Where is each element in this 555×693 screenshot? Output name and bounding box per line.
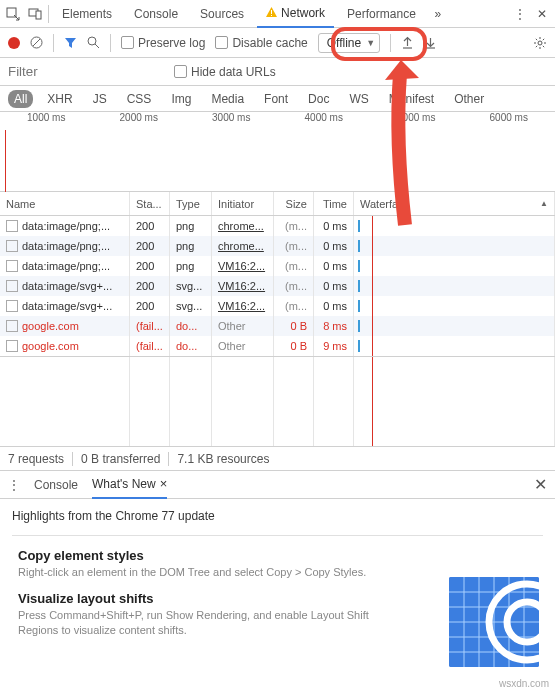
tab-console[interactable]: Console <box>125 0 187 28</box>
drawer-body: Highlights from the Chrome 77 update Cop… <box>0 499 555 655</box>
network-toolbar: Preserve log Disable cache Offline▼ <box>0 28 555 58</box>
warning-icon <box>266 7 277 18</box>
type-filter-css[interactable]: CSS <box>121 90 158 108</box>
search-icon[interactable] <box>87 36 100 49</box>
type-filter-img[interactable]: Img <box>165 90 197 108</box>
header-name[interactable]: Name <box>0 192 130 215</box>
tab-performance[interactable]: Performance <box>338 0 425 28</box>
table-row[interactable]: data:image/png;...200pngVM16:2...(m...0 … <box>0 256 555 276</box>
drawer-tab-console[interactable]: Console <box>34 471 78 499</box>
file-icon <box>6 280 18 292</box>
type-filter-doc[interactable]: Doc <box>302 90 335 108</box>
summary-resources: 7.1 KB resources <box>177 452 269 466</box>
table-row[interactable]: data:image/png;...200pngchrome...(m...0 … <box>0 236 555 256</box>
timeline-ticks: 1000 ms 2000 ms 3000 ms 4000 ms 5000 ms … <box>0 112 555 130</box>
type-filter-ws[interactable]: WS <box>343 90 374 108</box>
type-filter-js[interactable]: JS <box>87 90 113 108</box>
type-filters: All XHR JS CSS Img Media Font Doc WS Man… <box>0 86 555 112</box>
filter-icon[interactable] <box>64 36 77 49</box>
table-filler <box>0 357 555 447</box>
chevron-down-icon: ▼ <box>366 38 375 48</box>
svg-line-8 <box>95 44 99 48</box>
header-size[interactable]: Size <box>274 192 314 215</box>
summary-bar: 7 requests 0 B transferred 7.1 KB resour… <box>0 447 555 471</box>
svg-rect-3 <box>271 10 272 14</box>
close-tab-icon[interactable]: × <box>160 476 168 491</box>
type-filter-xhr[interactable]: XHR <box>41 90 78 108</box>
sort-asc-icon: ▲ <box>540 199 548 208</box>
download-har-icon[interactable] <box>424 36 437 49</box>
header-status[interactable]: Sta... <box>130 192 170 215</box>
close-devtools-icon[interactable]: ✕ <box>533 5 551 23</box>
record-icon[interactable] <box>8 37 20 49</box>
tab-network[interactable]: Network <box>257 0 334 28</box>
hide-data-urls-checkbox[interactable]: Hide data URLs <box>174 65 276 79</box>
table-row[interactable]: google.com(fail...do...Other0 B8 ms <box>0 316 555 336</box>
device-toggle-icon[interactable] <box>26 5 44 23</box>
file-icon <box>6 220 18 232</box>
timeline-overview[interactable]: 1000 ms 2000 ms 3000 ms 4000 ms 5000 ms … <box>0 112 555 192</box>
filter-input[interactable] <box>4 62 164 82</box>
filter-bar: Hide data URLs <box>0 58 555 86</box>
type-filter-manifest[interactable]: Manifest <box>383 90 440 108</box>
devtools-tabs: Elements Console Sources Network Perform… <box>0 0 555 28</box>
drawer-tab-whatsnew[interactable]: What's New× <box>92 471 167 499</box>
feature-thumbnail <box>449 577 539 667</box>
disable-cache-checkbox[interactable]: Disable cache <box>215 36 307 50</box>
drawer-close-icon[interactable]: ✕ <box>534 475 547 494</box>
request-table-header: Name Sta... Type Initiator Size Time Wat… <box>0 192 555 216</box>
table-row[interactable]: google.com(fail...do...Other0 B9 ms <box>0 336 555 356</box>
preserve-log-checkbox[interactable]: Preserve log <box>121 36 205 50</box>
table-row[interactable]: data:image/png;...200pngchrome...(m...0 … <box>0 216 555 236</box>
header-waterfall[interactable]: Waterfall▲ <box>354 192 555 215</box>
type-filter-font[interactable]: Font <box>258 90 294 108</box>
header-time[interactable]: Time <box>314 192 354 215</box>
tab-sources[interactable]: Sources <box>191 0 253 28</box>
file-icon <box>6 260 18 272</box>
svg-rect-4 <box>271 15 272 16</box>
svg-line-6 <box>33 39 40 46</box>
whatsnew-heading: Highlights from the Chrome 77 update <box>12 509 543 523</box>
clear-icon[interactable] <box>30 36 43 49</box>
throttle-select[interactable]: Offline▼ <box>318 33 380 53</box>
type-filter-all[interactable]: All <box>8 90 33 108</box>
header-initiator[interactable]: Initiator <box>212 192 274 215</box>
watermark: wsxdn.com <box>499 678 549 689</box>
upload-har-icon[interactable] <box>401 36 414 49</box>
table-row[interactable]: data:image/svg+...200svg...VM16:2...(m..… <box>0 296 555 316</box>
summary-requests: 7 requests <box>8 452 64 466</box>
feature-copy-styles: Copy element styles Right-click an eleme… <box>18 548 543 579</box>
svg-point-7 <box>88 37 96 45</box>
file-icon <box>6 300 18 312</box>
drawer-tabs: ⋮ Console What's New× ✕ <box>0 471 555 499</box>
header-type[interactable]: Type <box>170 192 212 215</box>
svg-point-11 <box>538 41 542 45</box>
svg-rect-2 <box>36 11 41 19</box>
kebab-menu-icon[interactable]: ⋮ <box>511 5 529 23</box>
drawer-menu-icon[interactable]: ⋮ <box>8 478 20 492</box>
file-icon <box>6 340 18 352</box>
summary-transferred: 0 B transferred <box>81 452 160 466</box>
tab-elements[interactable]: Elements <box>53 0 121 28</box>
settings-icon[interactable] <box>533 36 547 50</box>
inspect-icon[interactable] <box>4 5 22 23</box>
type-filter-other[interactable]: Other <box>448 90 490 108</box>
request-table-body: data:image/png;...200pngchrome...(m...0 … <box>0 216 555 357</box>
file-icon <box>6 320 18 332</box>
file-icon <box>6 240 18 252</box>
type-filter-media[interactable]: Media <box>205 90 250 108</box>
more-tabs-icon[interactable]: » <box>429 5 447 23</box>
table-row[interactable]: data:image/svg+...200svg...VM16:2...(m..… <box>0 276 555 296</box>
